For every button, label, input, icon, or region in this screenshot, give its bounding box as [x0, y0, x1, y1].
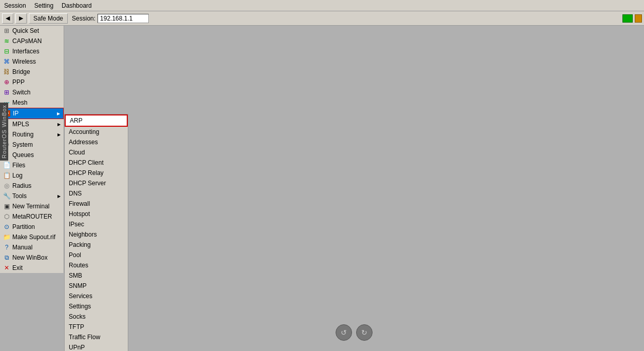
- submenu-item-dhcp-server[interactable]: DHCP Server: [65, 178, 128, 188]
- sidebar-item-new-terminal[interactable]: ▣ New Terminal: [0, 201, 64, 211]
- metarouter-icon: ⬡: [3, 213, 10, 220]
- sidebar-label-make-supout: Make Supout.rif: [12, 233, 55, 241]
- sidebar-label-bridge: Bridge: [12, 68, 30, 75]
- sidebar-item-exit[interactable]: ✕ Exit: [0, 263, 64, 273]
- submenu-item-neighbors[interactable]: Neighbors: [65, 229, 128, 240]
- sidebar-label-capsman: CAPsMAN: [12, 37, 42, 45]
- submenu-item-upnp[interactable]: UPnP: [65, 342, 128, 351]
- tools-submenu-arrow: ▶: [57, 194, 61, 199]
- sidebar-item-bridge[interactable]: ⛓ Bridge: [0, 67, 64, 77]
- sidebar-label-tools: Tools: [12, 192, 27, 200]
- toolbar: ◀ ▶ Safe Mode Session: 192.168.1.1: [0, 11, 644, 26]
- submenu-item-firewall[interactable]: Firewall: [65, 199, 128, 209]
- bottom-buttons: ↺ ↻: [336, 324, 373, 341]
- switch-icon: ⊞: [3, 89, 10, 96]
- main-layout: ⊞ Quick Set ≋ CAPsMAN ⊟ Interfaces ⌘ Wir…: [0, 26, 644, 351]
- bridge-icon: ⛓: [3, 68, 10, 75]
- content-area: ↺ ↻: [64, 26, 644, 351]
- submenu-item-snmp[interactable]: SNMP: [65, 281, 128, 291]
- log-icon: 📋: [3, 172, 10, 179]
- submenu-item-settings[interactable]: Settings: [65, 301, 128, 311]
- sidebar-label-quick-set: Quick Set: [12, 27, 39, 34]
- sidebar-item-tools[interactable]: 🔧 Tools ▶: [0, 191, 64, 201]
- back-button[interactable]: ◀: [2, 13, 13, 24]
- submenu-item-smb[interactable]: SMB: [65, 270, 128, 281]
- submenu-item-routes[interactable]: Routes: [65, 260, 128, 270]
- quick-set-icon: ⊞: [3, 27, 10, 34]
- sidebar-item-routing[interactable]: ⤢ Routing ▶: [0, 129, 64, 140]
- sidebar-label-switch: Switch: [12, 89, 30, 96]
- sidebar-item-partition[interactable]: ⊙ Partition: [0, 222, 64, 232]
- sidebar-item-capsman[interactable]: ≋ CAPsMAN: [0, 36, 64, 46]
- submenu-item-services[interactable]: Services: [65, 291, 128, 301]
- submenu-item-dhcp-relay[interactable]: DHCP Relay: [65, 168, 128, 178]
- sidebar-item-wireless[interactable]: ⌘ Wireless: [0, 56, 64, 67]
- menu-setting[interactable]: Setting: [32, 1, 55, 10]
- sidebar-item-files[interactable]: 📄 Files: [0, 160, 64, 170]
- submenu-item-accounting[interactable]: Accounting: [65, 127, 128, 137]
- submenu-item-dns[interactable]: DNS: [65, 188, 128, 199]
- sidebar-item-new-winbox[interactable]: ⧉ New WinBox: [0, 252, 64, 263]
- session-value: 192.168.1.1: [97, 14, 149, 23]
- submenu-item-hotspot[interactable]: Hotspot: [65, 209, 128, 219]
- ip-submenu: ARP Accounting Addresses Cloud DHCP Clie…: [64, 114, 128, 351]
- menu-session[interactable]: Session: [2, 1, 28, 10]
- make-supout-icon: 📁: [3, 233, 10, 241]
- tools-icon: 🔧: [3, 192, 10, 200]
- sidebar-item-mesh[interactable]: ⋯ Mesh: [0, 98, 64, 108]
- exit-icon: ✕: [3, 264, 10, 271]
- lock-indicator: [635, 14, 642, 23]
- sidebar-item-metarouter[interactable]: ⬡ MetaROUTER: [0, 211, 64, 222]
- submenu-item-tftp[interactable]: TFTP: [65, 322, 128, 332]
- new-winbox-icon: ⧉: [3, 254, 10, 261]
- sidebar-item-radius[interactable]: ◎ Radius: [0, 181, 64, 191]
- mpls-submenu-arrow: ▶: [57, 122, 61, 127]
- sidebar-label-ppp: PPP: [12, 79, 25, 86]
- forward-button[interactable]: ▶: [15, 13, 27, 24]
- radius-icon: ◎: [3, 182, 10, 189]
- sidebar: ⊞ Quick Set ≋ CAPsMAN ⊟ Interfaces ⌘ Wir…: [0, 26, 64, 273]
- submenu-item-addresses[interactable]: Addresses: [65, 137, 128, 147]
- sidebar-label-log: Log: [12, 172, 23, 179]
- sidebar-label-exit: Exit: [12, 264, 23, 271]
- session-label: Session:: [72, 15, 95, 22]
- sidebar-item-log[interactable]: 📋 Log: [0, 170, 64, 181]
- safe-mode-button[interactable]: Safe Mode: [29, 13, 68, 24]
- sidebar-label-wireless: Wireless: [12, 58, 36, 65]
- ip-submenu-arrow: ▶: [57, 111, 60, 116]
- sidebar-item-quick-set[interactable]: ⊞ Quick Set: [0, 26, 64, 36]
- routing-submenu-arrow: ▶: [57, 132, 61, 137]
- wireless-icon: ⌘: [3, 58, 10, 65]
- sidebar-item-queues[interactable]: ≡ Queues: [0, 150, 64, 160]
- status-indicator: [622, 14, 633, 23]
- sidebar-item-system[interactable]: ⚙ System: [0, 140, 64, 150]
- sidebar-item-ip[interactable]: IP IP ▶: [0, 108, 64, 119]
- sidebar-label-queues: Queues: [12, 151, 34, 159]
- sidebar-label-mpls: MPLS: [12, 121, 29, 128]
- submenu-item-ipsec[interactable]: IPsec: [65, 219, 128, 229]
- refresh-button[interactable]: ↺: [336, 324, 352, 341]
- submenu-item-arp[interactable]: ARP: [65, 114, 128, 127]
- submenu-item-cloud[interactable]: Cloud: [65, 147, 128, 158]
- submenu-item-traffic-flow[interactable]: Traffic Flow: [65, 332, 128, 342]
- sidebar-item-mpls[interactable]: / MPLS ▶: [0, 119, 64, 129]
- sidebar-item-ppp[interactable]: ⊕ PPP: [0, 77, 64, 87]
- sidebar-label-mesh: Mesh: [12, 99, 27, 106]
- submenu-item-packing[interactable]: Packing: [65, 240, 128, 250]
- ppp-icon: ⊕: [3, 79, 10, 86]
- sidebar-label-manual: Manual: [12, 244, 32, 251]
- submenu-item-pool[interactable]: Pool: [65, 250, 128, 260]
- sidebar-label-system: System: [12, 141, 33, 148]
- winbox-label: RouterOS WinBox: [0, 103, 8, 161]
- sidebar-label-radius: Radius: [12, 182, 31, 189]
- sidebar-label-new-terminal: New Terminal: [12, 203, 49, 210]
- sidebar-item-switch[interactable]: ⊞ Switch: [0, 87, 64, 98]
- reload-button[interactable]: ↻: [356, 324, 373, 341]
- sidebar-item-interfaces[interactable]: ⊟ Interfaces: [0, 46, 64, 56]
- menu-dashboard[interactable]: Dashboard: [60, 1, 94, 10]
- sidebar-item-manual[interactable]: ? Manual: [0, 242, 64, 252]
- files-icon: 📄: [3, 162, 10, 169]
- submenu-item-dhcp-client[interactable]: DHCP Client: [65, 158, 128, 168]
- sidebar-item-make-supout[interactable]: 📁 Make Supout.rif: [0, 232, 64, 242]
- submenu-item-socks[interactable]: Socks: [65, 311, 128, 322]
